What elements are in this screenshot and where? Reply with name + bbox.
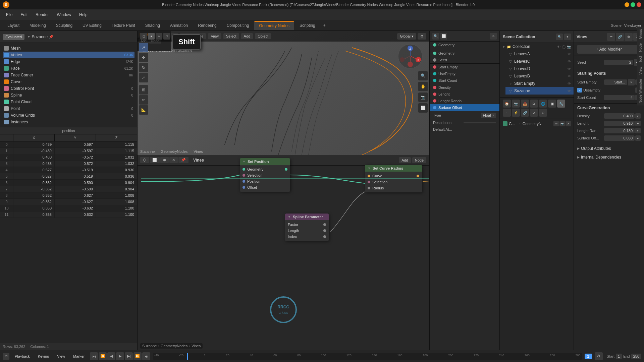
start-empty-eye[interactable]: 👁 (568, 82, 571, 85)
density-reset-btn[interactable]: ↩ (635, 113, 641, 119)
node-props-filter-btn[interactable]: 🔍 (432, 33, 439, 40)
side-tool-label[interactable]: Tool (637, 54, 644, 65)
tab-sculpting[interactable]: Sculpting (51, 21, 77, 29)
menu-file[interactable]: File (3, 11, 16, 18)
node-add-btn[interactable]: Add (399, 157, 411, 163)
keying-btn[interactable]: Keying (35, 353, 52, 359)
tab-uv-editing[interactable]: UV Editing (78, 21, 106, 29)
leavesc-eye[interactable]: 👁 (568, 60, 571, 63)
suzanne-eye[interactable]: 👁 (568, 89, 571, 93)
timeline-track[interactable]: -40 -20 1 20 40 60 80 100 120 140 160 18… (153, 353, 582, 360)
outliner-row-leavesd[interactable]: ▽ LeavesD 👁 (505, 65, 574, 72)
node-props-view-btn[interactable]: ⬜ (440, 33, 447, 40)
leavesd-eye[interactable]: 👁 (568, 67, 571, 71)
current-frame-display[interactable]: 1 (585, 354, 592, 359)
leavesb-eye[interactable]: 👁 (568, 74, 571, 78)
outliner-row-leavesb[interactable]: ▽ LeavesB 👁 (505, 72, 574, 80)
outliner-filter-btn[interactable]: 🔍 (556, 34, 563, 40)
side-nodewrangler-label[interactable]: Node Wrangler (637, 77, 644, 106)
view-layer-props-btn[interactable]: 🗂 (530, 100, 538, 108)
minimize-btn[interactable] (625, 2, 629, 7)
tab-geometry-nodes[interactable]: Geometry Nodes (254, 21, 294, 30)
props-geo-out-row[interactable]: Geometry (430, 42, 499, 48)
props-start-empty-row[interactable]: Start Empty (430, 64, 499, 70)
surface-offset-prop-value[interactable]: 0.030 (604, 135, 635, 141)
modifier-visible-btn[interactable]: 👁 (553, 121, 559, 126)
tab-scripting[interactable]: Scripting (295, 21, 320, 29)
next-keyframe-btn[interactable]: ⏩ (133, 352, 142, 360)
data-type-face[interactable]: Face 61.2K (3, 65, 135, 72)
add-modifier-btn[interactable]: + Add Modifier (577, 45, 641, 54)
add-btn[interactable]: Add (241, 33, 253, 39)
viewport-gizmos-btn[interactable]: ⚙ (418, 33, 426, 40)
node-spline-parameter[interactable]: ▼ Spline Parameter Factor Length Index (285, 214, 329, 241)
zoom-in-btn[interactable]: 🔍 (418, 71, 428, 80)
evaluated-mode-btn[interactable]: Evaluated (3, 34, 24, 40)
modifier-props-btn[interactable]: 🔧 (557, 100, 565, 108)
render-icon2[interactable]: 📷 (567, 45, 571, 49)
rotate-tool[interactable]: ↻ (139, 63, 148, 72)
scale-tool[interactable]: ⤢ (139, 73, 148, 82)
camera-tool[interactable]: 📷 (418, 93, 428, 102)
view-btn-timeline[interactable]: View (54, 353, 68, 359)
modifier-delete-btn[interactable]: ✕ (566, 121, 571, 126)
outliner-row-start-empty[interactable]: ○ Start Empty 👁 (505, 80, 574, 87)
render-props-btn[interactable]: 📷 (512, 100, 520, 108)
outliner-row-leavesa[interactable]: ▽ LeavesA 👁 (505, 50, 574, 58)
tab-compositing[interactable]: Compositing (222, 21, 254, 29)
lenght-random-reset-btn[interactable]: ↩ (635, 128, 641, 133)
viewport-solid[interactable]: ○ (156, 33, 162, 40)
start-count-prop-value[interactable]: 4 (604, 95, 635, 100)
props-use-empty-row[interactable]: UseEmpty (430, 70, 499, 77)
object-props-btn[interactable]: ▣ (548, 100, 556, 108)
start-frame-value[interactable]: 1 (616, 354, 622, 359)
lenght-reset-btn[interactable]: ↩ (635, 121, 641, 126)
data-type-control-point[interactable]: Control Point 0 (3, 85, 135, 92)
next-frame-btn[interactable]: ▶| (125, 352, 133, 360)
side-node-label[interactable]: Node (637, 41, 644, 54)
outliner-row-collection[interactable]: ▶ 📁 Collection 👁 ◯ 📷 (500, 43, 574, 50)
tab-animation[interactable]: Animation (165, 21, 193, 29)
viewport-material-preview[interactable]: ◻ (140, 33, 147, 40)
type-dropdown[interactable]: Float ▾ (481, 113, 496, 118)
props-start-count-row[interactable]: Start Count (430, 77, 499, 84)
data-type-edge[interactable]: Edge 124K (3, 58, 135, 65)
realtime-btn[interactable]: ⏱ (595, 352, 603, 360)
move-tool[interactable]: ✥ (139, 53, 148, 62)
props-edit-btn[interactable]: ✏ (607, 33, 615, 41)
cursor-tool[interactable]: ↗ (139, 43, 148, 52)
data-type-face-corner[interactable]: Face Corner 8K (3, 72, 135, 78)
data-type-instances[interactable]: Instances (3, 119, 135, 125)
side-group-label[interactable]: Group (637, 27, 644, 41)
material-props-btn[interactable]: ⊙ (539, 109, 547, 117)
close-btn[interactable] (637, 2, 641, 7)
tab-texture-paint[interactable]: Texture Paint (107, 21, 140, 29)
data-type-mesh[interactable]: Mesh (3, 45, 135, 52)
object-btn[interactable]: Object (255, 33, 271, 39)
outliner-row-suzanne[interactable]: ▽ Suzanne 👁 (505, 87, 574, 95)
lenght-prop-value[interactable]: 0.910 (604, 121, 635, 126)
bc-suzanne[interactable]: Suzanne (142, 344, 157, 348)
data-type-vertex[interactable]: Vertex 63.3K (3, 52, 135, 58)
tab-modeling[interactable]: Modeling (25, 21, 51, 29)
node-set-position[interactable]: ▼ Set Position Geometry Selection (240, 158, 290, 192)
outliner-row-leavesc[interactable]: ▽ LeavesC 👁 (505, 58, 574, 65)
eye-icon[interactable]: 👁 (557, 45, 560, 49)
start-empty-prop-value[interactable]: Start... (604, 79, 627, 85)
transform-tool[interactable]: ⊞ (139, 85, 148, 95)
jump-start-btn[interactable]: ⏮ (90, 352, 98, 360)
data-type-volume[interactable]: Volume Grids 0 (3, 112, 135, 119)
grab-tool[interactable]: ✋ (418, 82, 428, 91)
viewport-3d[interactable]: ◻ ● ○ □ ⊙ Object Mode View Select Add Ob… (138, 31, 429, 155)
data-type-spline[interactable]: Spline 0 (3, 92, 135, 99)
node-editor-pin[interactable]: 📌 (178, 157, 189, 163)
description-input[interactable] (464, 122, 496, 123)
scene-props-btn[interactable]: 🏠 (503, 100, 511, 108)
measure-tool[interactable]: 📐 (139, 105, 148, 115)
node-editor-copy[interactable]: ⊕ (160, 157, 169, 163)
node-type-geometry[interactable]: ⬡ (140, 157, 149, 163)
viewport-rendered[interactable]: ● (148, 33, 155, 40)
menu-edit[interactable]: Edit (17, 11, 31, 18)
group-expand-btn[interactable]: G (490, 33, 497, 40)
density-prop-value[interactable]: 0.400 (604, 113, 635, 119)
